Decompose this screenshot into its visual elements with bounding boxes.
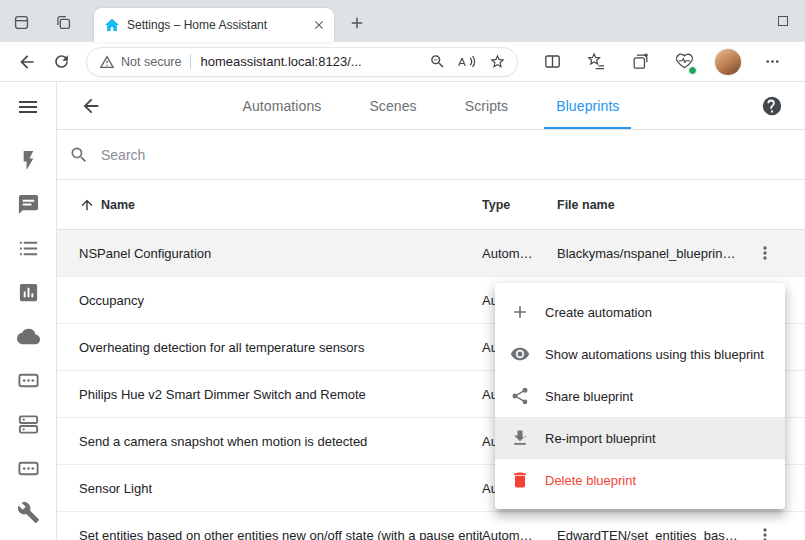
blueprint-name: NSPanel Configuration <box>79 246 482 261</box>
back-button[interactable] <box>10 46 44 78</box>
read-aloud-icon[interactable]: A <box>455 50 479 74</box>
browser-tab[interactable]: Settings – Home Assistant <box>94 8 334 42</box>
column-header-file[interactable]: File name <box>557 198 751 212</box>
search-input[interactable] <box>101 147 793 163</box>
profile-avatar[interactable] <box>715 49 741 75</box>
tab-automations[interactable]: Automations <box>231 82 334 129</box>
menu-item-show-automations[interactable]: Show automations using this blueprint <box>495 333 785 375</box>
browser-toolbar: Not secure homeassistant.local:8123/... … <box>0 42 805 82</box>
list-icon[interactable] <box>16 236 40 260</box>
tab-scenes[interactable]: Scenes <box>357 82 428 129</box>
refresh-button[interactable] <box>44 46 78 78</box>
toolbar-actions <box>534 45 790 79</box>
tab-title: Settings – Home Assistant <box>127 18 303 32</box>
blueprint-name: Sensor Light <box>79 481 482 496</box>
download-icon <box>510 428 530 448</box>
omnibox-divider <box>190 54 191 69</box>
context-menu: Create automation Show automations using… <box>495 283 785 509</box>
energy-bolt-icon[interactable] <box>16 148 40 172</box>
svg-text:A: A <box>458 55 466 68</box>
row-overflow-menu-icon[interactable] <box>751 239 779 267</box>
server-icon-2[interactable] <box>16 412 40 436</box>
server-icon-3[interactable] <box>16 456 40 480</box>
table-row[interactable]: NSPanel Configuration Autom… Blackymas/n… <box>57 230 805 277</box>
menu-item-share-blueprint[interactable]: Share blueprint <box>495 375 785 417</box>
tab-blueprints[interactable]: Blueprints <box>544 82 631 129</box>
app-back-button[interactable] <box>78 93 104 119</box>
wrench-icon[interactable] <box>16 500 40 524</box>
favorites-icon[interactable] <box>578 45 614 79</box>
column-header-type[interactable]: Type <box>482 198 557 212</box>
security-label: Not secure <box>121 55 181 69</box>
collections-icon[interactable] <box>622 45 658 79</box>
browser-window: Settings – Home Assistant Not secure hom… <box>0 0 805 540</box>
help-icon[interactable] <box>761 95 783 117</box>
menu-item-reimport-blueprint[interactable]: Re-import blueprint <box>495 417 785 459</box>
browser-titlebar: Settings – Home Assistant <box>0 0 805 42</box>
trash-icon <box>510 470 530 490</box>
url-text: homeassistant.local:8123/... <box>200 54 361 69</box>
table-header: Name Type File name <box>57 180 805 230</box>
column-header-name[interactable]: Name <box>79 197 482 213</box>
cloud-icon[interactable] <box>16 324 40 348</box>
plus-icon <box>510 302 530 322</box>
table-row[interactable]: Set entities based on other entities new… <box>57 512 805 540</box>
zoom-out-icon[interactable] <box>425 50 449 74</box>
tab-group: Automations Scenes Scripts Blueprints <box>231 82 632 129</box>
new-tab-button[interactable] <box>344 10 370 36</box>
blueprint-type: Autom… <box>482 528 557 540</box>
history-chart-icon[interactable] <box>16 280 40 304</box>
ha-sidebar <box>0 82 57 540</box>
search-icon <box>69 145 89 165</box>
browser-essentials-icon[interactable] <box>666 45 702 79</box>
more-menu-icon[interactable] <box>754 45 790 79</box>
not-secure-warning-icon <box>99 54 115 70</box>
eye-icon <box>510 344 530 364</box>
status-dot <box>688 66 697 75</box>
blueprint-name: Send a camera snapshot when motion is de… <box>79 434 482 449</box>
chat-icon[interactable] <box>16 192 40 216</box>
maximize-icon <box>778 16 788 26</box>
blueprint-name: Philips Hue v2 Smart Dimmer Switch and R… <box>79 387 482 402</box>
row-overflow-menu-icon[interactable] <box>751 521 779 540</box>
maximize-button[interactable] <box>773 11 793 31</box>
server-icon-1[interactable] <box>16 368 40 392</box>
favorite-star-icon[interactable] <box>485 50 509 74</box>
tab-scripts[interactable]: Scripts <box>453 82 521 129</box>
share-icon <box>510 386 530 406</box>
tab-close-icon[interactable] <box>310 16 328 34</box>
address-bar[interactable]: Not secure homeassistant.local:8123/... … <box>86 47 518 77</box>
home-assistant-favicon-icon <box>104 17 120 33</box>
sidebar-menu-icon[interactable] <box>16 95 40 119</box>
search-bar <box>57 130 805 180</box>
menu-item-create-automation[interactable]: Create automation <box>495 291 785 333</box>
split-screen-icon[interactable] <box>534 45 570 79</box>
blueprint-file: EdwardTEN/set_entities_bas… <box>557 528 751 540</box>
settings-tab-bar: Automations Scenes Scripts Blueprints <box>57 82 805 130</box>
blueprint-name: Occupancy <box>79 293 482 308</box>
blueprint-file: Blackymas/nspanel_blueprin… <box>557 246 751 261</box>
workspaces-icon[interactable] <box>8 9 34 35</box>
menu-item-delete-blueprint[interactable]: Delete blueprint <box>495 459 785 501</box>
blueprint-name: Set entities based on other entities new… <box>79 528 482 540</box>
tab-actions-icon[interactable] <box>50 9 76 35</box>
blueprint-name: Overheating detection for all temperatur… <box>79 340 482 355</box>
sort-ascending-icon <box>79 197 95 213</box>
blueprint-type: Autom… <box>482 246 557 261</box>
